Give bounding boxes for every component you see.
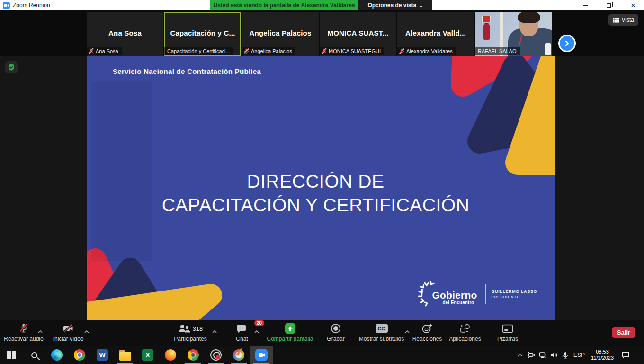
mic-muted-icon <box>89 48 94 54</box>
tray-clock[interactable]: 08:53 11/1/2023 <box>587 349 617 361</box>
participant-tile[interactable]: Alexandra Valld... Alexandra Valldares <box>397 12 474 56</box>
action-center-icon <box>622 352 629 358</box>
chat-options-chevron[interactable] <box>254 327 259 335</box>
chrome-browser-icon <box>74 349 85 361</box>
taskbar-edge-button[interactable] <box>50 348 63 362</box>
windows-taskbar: W X <box>0 346 644 364</box>
participant-label: Ana Sosa <box>87 47 122 55</box>
excel-icon: X <box>142 349 153 361</box>
video-person-hair <box>518 12 540 23</box>
camera-muted-icon <box>63 324 74 333</box>
participant-label: MONICA SUASTEGUI <box>320 47 384 55</box>
record-icon <box>331 324 340 333</box>
start-button[interactable] <box>5 348 18 362</box>
participant-tile[interactable]: Ana Sosa Ana Sosa <box>87 12 163 56</box>
logo-brand-text: Gobierno <box>432 290 477 301</box>
participant-tile-video[interactable]: RAFAEL SALAO <box>475 12 552 56</box>
leave-meeting-button[interactable]: Salir <box>612 327 635 338</box>
participant-label: Angelica Palacios <box>242 47 295 55</box>
logo-president-name: GUILLERMO LASSO <box>492 289 537 294</box>
chat-button[interactable]: 20 Chat <box>226 323 258 342</box>
tray-microphone-icon[interactable] <box>560 348 571 362</box>
closed-captions-icon: CC <box>376 324 388 333</box>
logo-brand-subtext: del Encuentro <box>443 300 474 305</box>
apps-button[interactable]: Aplicaciones <box>444 323 486 342</box>
start-video-button[interactable]: Iniciar vídeo <box>46 323 90 342</box>
meeting-security-badge[interactable] <box>5 61 18 73</box>
close-button[interactable]: ✕ <box>625 0 641 10</box>
restore-icon <box>607 3 611 8</box>
close-icon: ✕ <box>631 2 636 9</box>
chrome-alt-profile-icon <box>188 349 199 361</box>
view-options-button[interactable]: Opciones de vista ⌄ <box>358 0 432 10</box>
captions-button[interactable]: CC Mostrar subtítulos <box>354 323 409 342</box>
participant-strip: Ana Sosa Ana Sosa Capacitación y C... Ca… <box>0 10 644 56</box>
next-participants-button[interactable] <box>558 35 576 52</box>
grid-view-icon <box>613 18 619 23</box>
record-button[interactable]: Grabar <box>318 323 353 342</box>
slide-title-line1: DIRECCIÓN DE <box>87 170 545 193</box>
taskbar-zoom-button[interactable] <box>255 348 268 362</box>
reactions-button[interactable]: Reacciones <box>407 323 447 342</box>
video-options-chevron[interactable] <box>84 327 89 335</box>
zoom-taskbar-icon <box>255 349 268 361</box>
tray-volume-icon[interactable] <box>548 348 560 362</box>
logo-brand-block: Gobierno del Encuentro <box>418 281 480 308</box>
taskbar-obs-button[interactable] <box>209 348 223 362</box>
participants-icon <box>178 324 190 333</box>
minimize-icon <box>583 5 588 6</box>
tray-network-icon[interactable] <box>537 348 548 362</box>
chevron-right-icon <box>564 40 570 46</box>
taskbar-chrome-button[interactable] <box>73 348 86 362</box>
minimize-button[interactable] <box>578 0 594 10</box>
title-bar: Zoom Reunión Usted está viendo la pantal… <box>0 0 644 10</box>
participant-tile[interactable]: Angelica Palacios Angelica Palacios <box>242 12 319 56</box>
taskbar-paint-button[interactable] <box>232 348 245 362</box>
participants-options-chevron[interactable] <box>212 327 217 335</box>
gobierno-del-encuentro-logo: Gobierno del Encuentro GUILLERMO LASSO P… <box>418 281 537 308</box>
obs-studio-icon <box>210 349 222 361</box>
participant-tile[interactable]: MONICA SUAST... MONICA SUASTEGUI <box>320 12 396 56</box>
share-screen-button[interactable]: Compartir pantalla <box>260 323 320 342</box>
zoom-meeting-window: Zoom Reunión Usted está viendo la pantal… <box>0 0 644 364</box>
chevron-down-icon: ⌄ <box>419 3 423 8</box>
tray-camera-in-use-icon[interactable] <box>526 348 537 362</box>
mic-muted-icon <box>244 48 249 54</box>
tray-language-indicator[interactable]: ESP <box>571 352 587 358</box>
tray-show-hidden-icons-chevron[interactable] <box>514 348 526 362</box>
file-explorer-icon <box>119 352 131 361</box>
restore-button[interactable] <box>600 0 617 10</box>
audio-options-chevron[interactable] <box>38 327 43 335</box>
presentation-slide: Servicio Nacional de Contratación Públic… <box>87 56 555 320</box>
firefox-icon <box>165 349 176 361</box>
taskbar-chrome-profile-button[interactable] <box>187 348 200 362</box>
taskbar-file-explorer-button[interactable] <box>118 348 132 362</box>
view-layout-button[interactable]: Vista <box>608 14 638 26</box>
word-icon: W <box>97 349 108 361</box>
windows-logo-icon <box>7 351 16 359</box>
tray-time: 08:53 <box>587 349 617 355</box>
slide-header-text: Servicio Nacional de Contratación Públic… <box>113 67 261 75</box>
window-title: Zoom Reunión <box>13 2 50 9</box>
system-tray: ESP 08:53 11/1/2023 <box>514 346 634 364</box>
tray-date: 11/1/2023 <box>587 355 617 361</box>
slide-title-line2: CAPACITACIÓN Y CERTIFICACIÓN <box>87 193 545 217</box>
taskbar-firefox-button[interactable] <box>164 348 177 362</box>
taskbar-search-button[interactable] <box>27 348 41 362</box>
taskbar-excel-button[interactable]: X <box>141 348 154 362</box>
slide-main-title: DIRECCIÓN DE CAPACITACIÓN Y CERTIFICACIÓ… <box>87 170 545 217</box>
taskbar-word-button[interactable]: W <box>96 348 109 362</box>
reactions-smiley-icon <box>422 324 432 334</box>
share-screen-icon <box>285 323 295 334</box>
shared-screen-stage: Servicio Nacional de Contratación Públic… <box>0 56 644 320</box>
participant-label: Capacitación y Certificaci... <box>164 47 233 55</box>
chat-bubble-icon <box>237 324 247 333</box>
action-center-button[interactable] <box>617 348 634 362</box>
whiteboards-button[interactable]: Pizarras <box>487 323 528 342</box>
participant-tile-active-speaker[interactable]: Capacitación y C... Capacitación y Certi… <box>164 12 241 56</box>
participants-count: 318 <box>193 325 203 332</box>
participants-button[interactable]: 318 Participantes <box>164 323 216 342</box>
participant-label: RAFAEL SALAO <box>475 47 520 55</box>
app-title-group: Zoom Reunión <box>0 2 50 9</box>
security-shield-icon <box>8 64 15 71</box>
